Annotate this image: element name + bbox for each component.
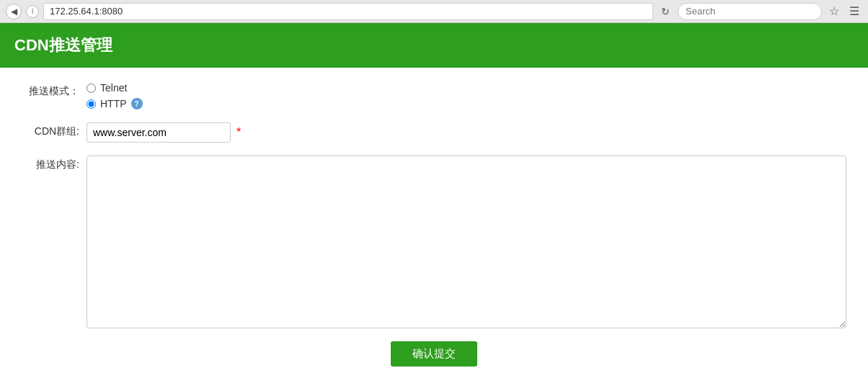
back-button[interactable]: ◀ — [6, 4, 22, 19]
mode-row: 推送模式： Telnet HTTP ? — [22, 82, 846, 109]
content-label: 推送内容: — [22, 156, 87, 171]
cdn-group-label: CDN群组: — [22, 122, 87, 138]
star-icon: ☆ — [829, 4, 839, 18]
cdn-group-row: CDN群组: * — [22, 122, 846, 143]
url-bar[interactable] — [43, 3, 653, 20]
telnet-label: Telnet — [100, 82, 127, 94]
required-marker: * — [236, 126, 241, 139]
telnet-option-row: Telnet — [87, 82, 846, 94]
http-radio[interactable] — [87, 99, 96, 109]
menu-icon: ☰ — [849, 4, 859, 18]
telnet-radio[interactable] — [87, 84, 96, 93]
cdn-group-input-row: * — [87, 122, 846, 143]
http-label: HTTP — [100, 98, 127, 109]
submit-row: 确认提交 — [22, 341, 846, 367]
content-row: 推送内容: — [22, 156, 846, 328]
refresh-button[interactable]: ↻ — [657, 4, 673, 19]
bookmark-button[interactable]: ☆ — [826, 4, 842, 19]
page-title: CDN推送管理 — [14, 36, 112, 54]
refresh-icon: ↻ — [661, 6, 670, 17]
page-header: CDN推送管理 — [0, 23, 868, 68]
info-icon: i — [32, 7, 33, 15]
content-controls — [87, 156, 846, 328]
mode-label: 推送模式： — [22, 82, 87, 98]
search-input[interactable] — [678, 3, 822, 20]
cdn-group-input[interactable] — [87, 122, 231, 143]
submit-button[interactable]: 确认提交 — [391, 341, 477, 367]
info-button[interactable]: i — [26, 5, 39, 18]
content-textarea[interactable] — [87, 156, 846, 328]
menu-button[interactable]: ☰ — [846, 4, 862, 19]
page-content: CDN推送管理 推送模式： Telnet HTTP ? CDN群组: — [0, 23, 868, 391]
browser-toolbar: ◀ i ↻ ☆ ☰ — [0, 0, 868, 23]
back-icon: ◀ — [11, 6, 17, 17]
form-area: 推送模式： Telnet HTTP ? CDN群组: * — [0, 68, 868, 381]
http-option-row: HTTP ? — [87, 98, 846, 109]
cdn-group-controls: * — [87, 122, 846, 143]
http-info-icon[interactable]: ? — [131, 98, 143, 109]
mode-controls: Telnet HTTP ? — [87, 82, 846, 109]
